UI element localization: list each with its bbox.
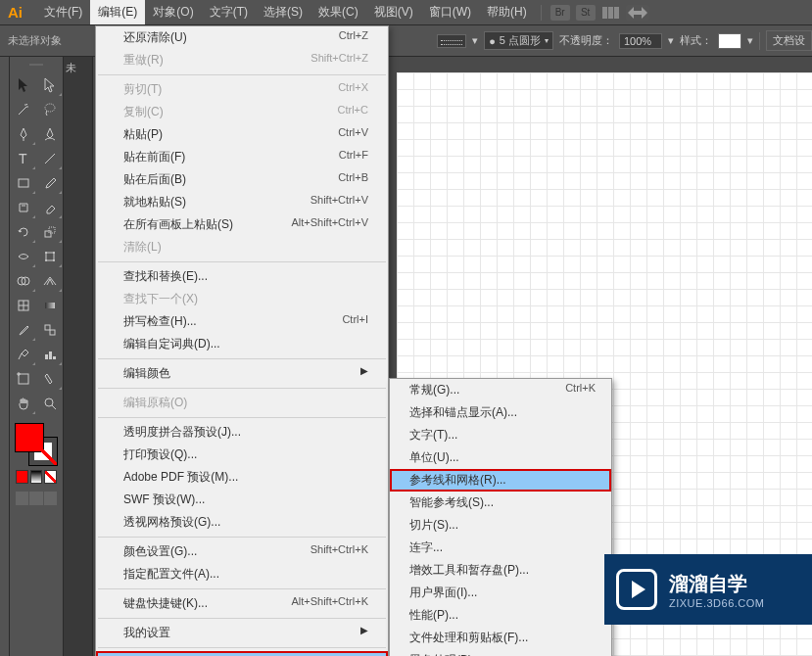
menu-item[interactable]: 透视网格预设(G)... bbox=[96, 511, 388, 534]
style-swatch[interactable] bbox=[718, 33, 741, 49]
menu-file[interactable]: 文件(F) bbox=[36, 0, 90, 24]
menu-item[interactable]: 常规(G)...Ctrl+K bbox=[390, 379, 611, 401]
draw-mode-behind[interactable] bbox=[29, 492, 42, 505]
free-transform-tool[interactable] bbox=[36, 244, 63, 268]
opacity-input[interactable] bbox=[619, 33, 662, 49]
menu-item-label: 透视网格预设(G)... bbox=[123, 514, 220, 531]
menu-view[interactable]: 视图(V) bbox=[366, 0, 421, 24]
shaper-tool[interactable] bbox=[10, 195, 36, 219]
menu-item[interactable]: 贴在后面(B)Ctrl+B bbox=[96, 168, 388, 191]
menu-type[interactable]: 文字(T) bbox=[202, 0, 256, 24]
mesh-tool[interactable] bbox=[10, 293, 36, 317]
hand-tool[interactable] bbox=[10, 391, 36, 415]
color-swatches[interactable] bbox=[15, 423, 58, 466]
menu-effect[interactable]: 效果(C) bbox=[310, 0, 366, 24]
menu-item[interactable]: 拼写检查(H)...Ctrl+I bbox=[96, 310, 388, 333]
menu-item[interactable]: 文字(T)... bbox=[390, 424, 611, 446]
menu-item[interactable]: 贴在前面(F)Ctrl+F bbox=[96, 146, 388, 168]
menu-item[interactable]: 就地粘贴(S)Shift+Ctrl+V bbox=[96, 191, 388, 213]
symbol-sprayer-tool[interactable] bbox=[10, 342, 36, 366]
menu-window[interactable]: 窗口(W) bbox=[421, 0, 479, 24]
color-mode-solid[interactable] bbox=[16, 470, 28, 484]
stroke-preview[interactable] bbox=[437, 34, 466, 48]
rectangle-tool[interactable] bbox=[10, 170, 36, 195]
type-tool[interactable]: T bbox=[10, 146, 36, 170]
menu-item[interactable]: 在所有画板上粘贴(S)Alt+Shift+Ctrl+V bbox=[96, 213, 388, 236]
menu-item-label: 文件处理和剪贴板(F)... bbox=[409, 630, 528, 646]
gradient-tool[interactable] bbox=[36, 293, 63, 317]
menu-separator bbox=[98, 388, 386, 389]
menu-item[interactable]: 查找和替换(E)... bbox=[96, 265, 388, 288]
color-mode-gradient[interactable] bbox=[30, 470, 43, 484]
menu-item[interactable]: 选择和锚点显示(A)... bbox=[390, 401, 611, 424]
draw-mode-normal[interactable] bbox=[16, 492, 28, 505]
menu-item[interactable]: 首选项(N)▶ bbox=[96, 651, 388, 656]
pen-tool[interactable] bbox=[10, 121, 36, 146]
eraser-tool[interactable] bbox=[36, 195, 63, 219]
stock-icon[interactable]: St bbox=[576, 5, 596, 21]
shape-builder-tool[interactable] bbox=[10, 268, 36, 293]
menu-item[interactable]: 切片(S)... bbox=[390, 514, 611, 537]
menu-item-label: 编辑原稿(O) bbox=[123, 395, 187, 411]
paintbrush-tool[interactable] bbox=[36, 170, 63, 195]
rotate-tool[interactable] bbox=[10, 219, 36, 244]
menu-select[interactable]: 选择(S) bbox=[256, 0, 310, 24]
submenu-arrow-icon: ▶ bbox=[360, 365, 368, 382]
svg-rect-16 bbox=[45, 303, 55, 308]
magic-wand-tool[interactable] bbox=[10, 97, 36, 121]
menu-item[interactable]: 文件处理和剪贴板(F)... bbox=[390, 627, 611, 649]
panel-grip[interactable] bbox=[10, 61, 63, 69]
document-tab[interactable]: 未 bbox=[66, 62, 76, 73]
draw-mode-inside[interactable] bbox=[44, 492, 57, 505]
slice-tool[interactable] bbox=[36, 366, 63, 391]
menu-item[interactable]: 单位(U)... bbox=[390, 446, 611, 469]
column-graph-tool[interactable] bbox=[36, 342, 63, 366]
menu-item[interactable]: SWF 预设(W)... bbox=[96, 489, 388, 511]
lasso-tool[interactable] bbox=[36, 97, 63, 121]
menu-item[interactable]: 我的设置▶ bbox=[96, 622, 388, 644]
menu-item[interactable]: 增效工具和暂存盘(P)... bbox=[390, 559, 611, 582]
arrange-docs-icon[interactable] bbox=[602, 7, 619, 19]
menu-item[interactable]: 编辑颜色▶ bbox=[96, 362, 388, 385]
stroke-style-dropdown[interactable]: ● 5 点圆形 ▾ bbox=[484, 31, 553, 50]
menu-item[interactable]: 还原清除(U)Ctrl+Z bbox=[96, 26, 388, 49]
width-tool[interactable] bbox=[10, 244, 36, 268]
artboard-tool[interactable] bbox=[10, 366, 36, 391]
color-mode-none[interactable] bbox=[44, 470, 57, 484]
stroke-style-label: 5 点圆形 bbox=[500, 33, 541, 48]
scale-tool[interactable] bbox=[36, 219, 63, 244]
menu-item[interactable]: 性能(P)... bbox=[390, 604, 611, 627]
separator bbox=[541, 5, 542, 21]
menu-item[interactable]: 打印预设(Q)... bbox=[96, 444, 388, 466]
menu-item: 清除(L) bbox=[96, 236, 388, 258]
line-tool[interactable] bbox=[36, 146, 63, 170]
menu-item[interactable]: 颜色设置(G)...Shift+Ctrl+K bbox=[96, 540, 388, 563]
document-setup-button[interactable]: 文档设 bbox=[766, 30, 812, 51]
menu-help[interactable]: 帮助(H) bbox=[479, 0, 535, 24]
stroke-color[interactable] bbox=[28, 437, 58, 466]
menu-item[interactable]: 编辑自定词典(D)... bbox=[96, 333, 388, 355]
curvature-tool[interactable] bbox=[36, 121, 63, 146]
direct-selection-tool[interactable] bbox=[36, 72, 63, 97]
menu-item[interactable]: 指定配置文件(A)... bbox=[96, 563, 388, 586]
zoom-tool[interactable] bbox=[36, 391, 63, 415]
menu-object[interactable]: 对象(O) bbox=[145, 0, 201, 24]
menu-item-label: 剪切(T) bbox=[123, 81, 162, 98]
eyedropper-tool[interactable] bbox=[10, 317, 36, 342]
blend-tool[interactable] bbox=[36, 317, 63, 342]
menu-item[interactable]: 智能参考线(S)... bbox=[390, 492, 611, 514]
menu-item[interactable]: Adobe PDF 预设(M)... bbox=[96, 466, 388, 489]
selection-tool[interactable] bbox=[10, 72, 36, 97]
menu-item[interactable]: 连字... bbox=[390, 537, 611, 559]
menu-item[interactable]: 透明度拼合器预设(J)... bbox=[96, 421, 388, 444]
menu-item[interactable]: 键盘快捷键(K)...Alt+Shift+Ctrl+K bbox=[96, 592, 388, 615]
menu-item[interactable]: 参考线和网格(R)... bbox=[390, 469, 611, 492]
perspective-grid-tool[interactable] bbox=[36, 268, 63, 293]
menu-item[interactable]: 用户界面(I)... bbox=[390, 582, 611, 604]
bridge-icon[interactable]: Br bbox=[550, 5, 570, 21]
menu-item[interactable]: 黑色外观(B)... bbox=[390, 649, 611, 656]
gpu-icon[interactable] bbox=[626, 5, 649, 21]
menu-edit[interactable]: 编辑(E) bbox=[90, 0, 145, 24]
menu-item[interactable]: 粘贴(P)Ctrl+V bbox=[96, 123, 388, 146]
menu-item-label: 黑色外观(B)... bbox=[409, 652, 482, 656]
